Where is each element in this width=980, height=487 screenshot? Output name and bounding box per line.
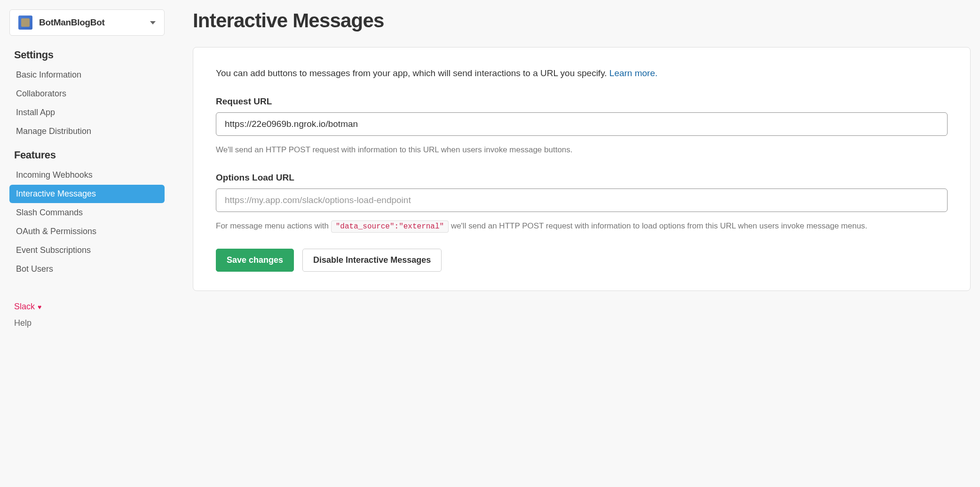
save-button[interactable]: Save changes <box>216 249 294 272</box>
caret-down-icon <box>150 21 156 24</box>
features-section-header: Features <box>9 149 165 166</box>
sidebar-item-manage-distribution[interactable]: Manage Distribution <box>9 122 165 141</box>
app-icon <box>18 16 32 30</box>
slack-label: Slack <box>14 302 35 312</box>
main-content: Interactive Messages You can add buttons… <box>179 9 971 330</box>
request-url-input[interactable] <box>216 112 948 136</box>
request-url-label: Request URL <box>216 96 948 107</box>
code-snippet: "data_source":"external" <box>331 220 449 233</box>
options-url-label: Options Load URL <box>216 173 948 183</box>
sidebar-item-collaborators[interactable]: Collaborators <box>9 85 165 103</box>
sidebar-item-incoming-webhooks[interactable]: Incoming Webhooks <box>9 166 165 184</box>
page-title: Interactive Messages <box>193 9 971 32</box>
sidebar-item-slash-commands[interactable]: Slash Commands <box>9 204 165 222</box>
options-url-input[interactable] <box>216 189 948 212</box>
options-help-suffix: we'll send an HTTP POST request with inf… <box>449 221 867 230</box>
app-name: BotManBlogBot <box>39 17 150 28</box>
settings-card: You can add buttons to messages from you… <box>193 47 971 291</box>
app-selector[interactable]: BotManBlogBot <box>9 9 165 36</box>
sidebar-item-install-app[interactable]: Install App <box>9 103 165 122</box>
sidebar-footer: Slack ♥ Help <box>9 302 165 330</box>
sidebar-item-bot-users[interactable]: Bot Users <box>9 260 165 278</box>
learn-more-link[interactable]: Learn more. <box>609 68 657 78</box>
options-help-prefix: For message menu actions with <box>216 221 331 230</box>
disable-button[interactable]: Disable Interactive Messages <box>302 249 442 272</box>
settings-section-header: Settings <box>9 49 165 66</box>
sidebar-item-oauth-permissions[interactable]: OAuth & Permissions <box>9 222 165 241</box>
intro-text: You can add buttons to messages from you… <box>216 66 948 80</box>
sidebar-item-event-subscriptions[interactable]: Event Subscriptions <box>9 241 165 259</box>
sidebar-item-basic-information[interactable]: Basic Information <box>9 66 165 84</box>
options-url-help: For message menu actions with "data_sour… <box>216 220 948 233</box>
slack-love-link[interactable]: Slack ♥ <box>14 302 165 312</box>
request-url-help: We'll send an HTTP POST request with inf… <box>216 143 948 156</box>
sidebar-item-interactive-messages[interactable]: Interactive Messages <box>9 185 165 203</box>
help-link[interactable]: Help <box>14 316 165 330</box>
sidebar: BotManBlogBot Settings Basic Information… <box>9 9 179 330</box>
heart-icon: ♥ <box>38 303 41 311</box>
intro-body: You can add buttons to messages from you… <box>216 68 609 78</box>
button-row: Save changes Disable Interactive Message… <box>216 249 948 272</box>
